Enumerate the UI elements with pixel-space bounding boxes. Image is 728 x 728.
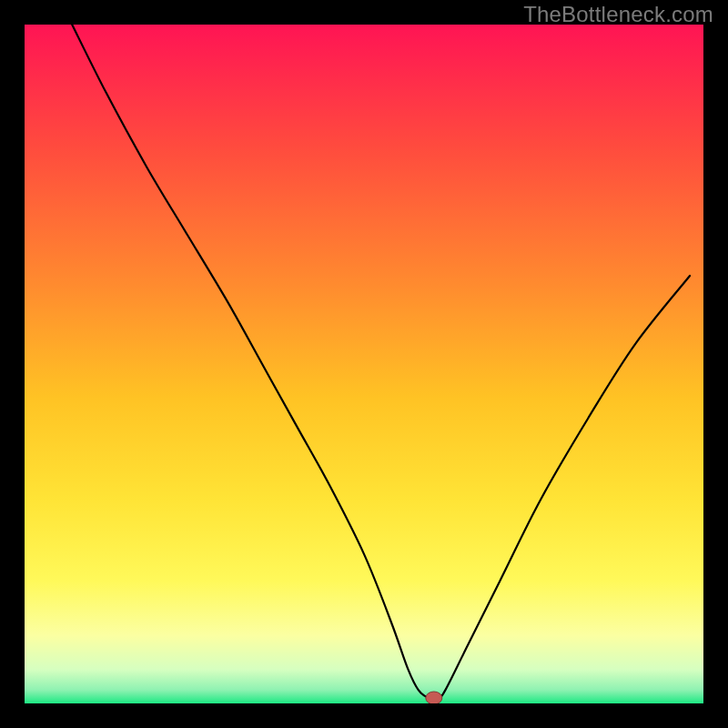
gradient-background	[25, 25, 703, 703]
figure-root: TheBottleneck.com	[0, 0, 728, 728]
bottleneck-chart	[25, 25, 703, 703]
plot-area	[25, 25, 703, 703]
minimum-marker	[426, 692, 442, 703]
watermark: TheBottleneck.com	[523, 2, 713, 27]
